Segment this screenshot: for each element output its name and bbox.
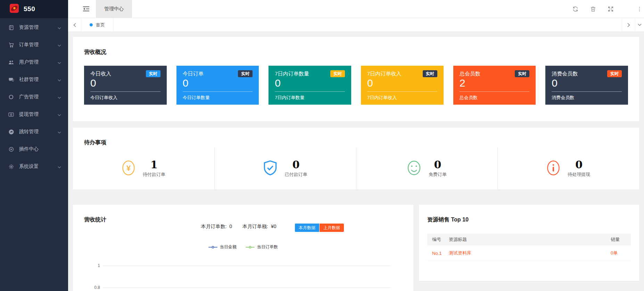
legend-item-amount[interactable]: 当日金额: [208, 244, 237, 250]
panel-title: 营收概况: [84, 49, 628, 56]
top10-panel: 资源销售 Top 10 编号 资源标题 销量 No.1 测试资料库 0单: [419, 205, 639, 281]
sidebar-item-redirect[interactable]: 跳转管理: [0, 123, 68, 140]
active-dot: [90, 23, 93, 26]
stat-footer: 总会员数: [460, 95, 530, 101]
refresh-icon[interactable]: [572, 6, 578, 12]
legend-label: 当日订单数: [257, 244, 278, 250]
yen-circle-icon: ¥: [122, 160, 135, 177]
todo-items: ¥ 1待付款订单 0已付款订单 0免费订单 0待处理提现: [73, 147, 639, 189]
redirect-icon: [8, 129, 14, 135]
chevron-down-icon: [58, 77, 61, 82]
todo-count: 0: [292, 159, 300, 170]
todo-pending-payment[interactable]: ¥ 1待付款订单: [73, 147, 215, 189]
month-stats: 本月订单数:0 本月订单额:¥0: [73, 224, 413, 230]
bottom-row: 营收统计 本月订单数:0 本月订单额:¥0 本月数据 上月数据 当日金额: [73, 205, 639, 291]
sidebar-item-plugins[interactable]: 插件中心: [0, 140, 68, 158]
chevron-down-icon: [58, 25, 61, 30]
stat-label: 消费会员数: [552, 71, 578, 77]
breadcrumb-spacer: [114, 18, 622, 32]
plugin-icon: [8, 146, 14, 152]
legend-marker: [208, 247, 217, 248]
month-amount-label: 本月订单额:: [242, 224, 268, 229]
realtime-badge: 实时: [330, 70, 345, 77]
gear-icon: [8, 164, 14, 169]
breadcrumb-back-icon[interactable]: [68, 18, 81, 32]
todo-count: 0: [575, 159, 583, 170]
stat-footer: 消费会员数: [552, 95, 622, 101]
todo-free-orders[interactable]: 0免费订单: [356, 147, 498, 189]
divider: [367, 91, 437, 92]
stat-value: 0: [367, 77, 437, 89]
breadcrumb-next-icon[interactable]: [622, 18, 635, 32]
chevron-down-icon: [58, 94, 61, 100]
revenue-overview-panel: 营收概况 今日收入实时 0 今日订单收入 今日订单实时 0 今日订单数量 7日内…: [73, 37, 639, 121]
todo-count: 1: [150, 159, 158, 170]
stat-card-7day-order-count: 7日内订单数量实时 0 7日内订单数量: [269, 66, 351, 105]
gridline-0-8: 0.8: [103, 288, 391, 288]
column-header-title: 资源标题: [449, 236, 611, 243]
content: 营收概况 今日收入实时 0 今日订单收入 今日订单实时 0 今日订单数量 7日内…: [68, 32, 644, 291]
row-resource-title-link[interactable]: 测试资料库: [449, 250, 611, 256]
todo-label: 待付款订单: [143, 171, 165, 178]
breadcrumb-dropdown-icon[interactable]: [635, 18, 644, 32]
users-icon: [8, 59, 14, 65]
todo-pending-withdraw[interactable]: 0待处理提现: [498, 147, 639, 189]
todo-label: 免费订单: [429, 171, 447, 178]
sidebar-item-label: 用户管理: [19, 59, 58, 65]
stat-value: 0: [90, 77, 160, 89]
realtime-badge: 实时: [423, 70, 437, 77]
sidebar-item-users[interactable]: 用户管理: [0, 54, 68, 71]
stat-label: 今日订单: [183, 71, 204, 77]
legend-ring: [249, 246, 251, 248]
sidebar-item-resources[interactable]: 资源管理: [0, 19, 68, 36]
banknote-icon: [8, 112, 14, 117]
divider: [552, 91, 622, 92]
todo-label: 待处理提现: [568, 171, 590, 178]
stat-card-today-income: 今日收入实时 0 今日订单收入: [84, 66, 167, 105]
logo-icon: [10, 4, 19, 14]
sidebar-item-label: 提现管理: [19, 111, 58, 118]
sidebar-item-orders[interactable]: 订单管理: [0, 36, 68, 54]
stat-card-today-orders: 今日订单实时 0 今日订单数量: [176, 66, 259, 105]
current-month-button[interactable]: 本月数据: [295, 224, 319, 232]
revenue-stats-panel: 营收统计 本月订单数:0 本月订单额:¥0 本月数据 上月数据 当日金额: [73, 205, 413, 291]
fold-sidebar-icon[interactable]: [81, 0, 91, 18]
sidebar-item-label: 资源管理: [19, 24, 58, 31]
column-header-sales: 销量: [611, 236, 631, 243]
column-header-no: 编号: [427, 236, 449, 243]
row-no: No.1: [427, 251, 449, 256]
divider: [275, 91, 345, 92]
last-month-button[interactable]: 上月数据: [320, 224, 344, 232]
info-circle-icon: [547, 160, 560, 177]
legend-item-order-count[interactable]: 当日订单数: [246, 244, 278, 250]
main-area: 管理中心 ⋮ 首页 营收概况 今日收入实时: [68, 0, 644, 291]
sidebar-item-settings[interactable]: 系统设置: [0, 158, 68, 175]
cart-icon: [8, 42, 14, 48]
tab-management-center[interactable]: 管理中心: [96, 0, 132, 18]
sidebar-nav: 资源管理 订单管理 用户管理 社群管理 广告管理 提现管理: [0, 18, 68, 175]
top10-table: 编号 资源标题 销量 No.1 测试资料库 0单: [427, 234, 631, 261]
svg-text:¥: ¥: [126, 164, 131, 172]
logo: 550: [0, 0, 68, 18]
breadcrumb-bar: 首页: [68, 18, 644, 32]
chart-legend: 当日金额 当日订单数: [73, 244, 413, 250]
sidebar-item-ads[interactable]: 广告管理: [0, 88, 68, 106]
stat-footer: 7日内订单数量: [275, 95, 345, 101]
topbar-spacer: [132, 0, 572, 18]
stat-cards: 今日收入实时 0 今日订单收入 今日订单实时 0 今日订单数量 7日内订单数量实…: [84, 66, 628, 105]
sidebar-item-community[interactable]: 社群管理: [0, 71, 68, 88]
sidebar-item-withdraw[interactable]: 提现管理: [0, 106, 68, 123]
month-amount-value: ¥0: [271, 224, 276, 229]
chevron-down-icon: [58, 129, 61, 135]
stat-footer: 今日订单收入: [90, 95, 160, 101]
shield-check-icon: [263, 160, 277, 177]
fullscreen-icon[interactable]: [608, 6, 613, 12]
divider: [460, 91, 530, 92]
more-icon[interactable]: ⋮: [636, 0, 643, 18]
book-icon: [8, 25, 14, 30]
breadcrumb-home-tab[interactable]: 首页: [81, 18, 114, 32]
legend-ring: [212, 246, 214, 248]
trash-icon[interactable]: [591, 6, 596, 12]
todo-paid-orders[interactable]: 0已付款订单: [215, 147, 356, 189]
stat-value: 0: [275, 77, 345, 89]
